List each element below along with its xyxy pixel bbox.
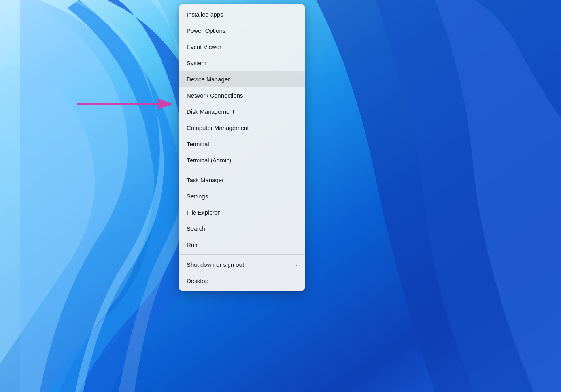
menu-item-label-run: Run [187, 241, 198, 249]
menu-item-task-manager[interactable]: Task Manager [179, 172, 305, 188]
menu-item-file-explorer[interactable]: File Explorer [179, 204, 305, 220]
menu-item-label-desktop: Desktop [187, 277, 208, 285]
menu-item-event-viewer[interactable]: Event Viewer [179, 39, 305, 55]
menu-item-label-terminal: Terminal [187, 140, 209, 148]
menu-item-label-device-manager: Device Manager [187, 75, 230, 83]
menu-item-terminal-admin[interactable]: Terminal (Admin) [179, 152, 305, 168]
menu-item-run[interactable]: Run [179, 237, 305, 253]
menu-item-label-disk-management: Disk Management [187, 107, 234, 116]
menu-item-label-search: Search [187, 224, 206, 233]
menu-item-label-task-manager: Task Manager [187, 176, 224, 184]
menu-item-system[interactable]: System [179, 55, 305, 71]
menu-item-terminal[interactable]: Terminal [179, 136, 305, 152]
menu-item-label-installed-apps: Installed apps [187, 10, 223, 19]
menu-item-shut-down-sign-out[interactable]: Shut down or sign out› [179, 256, 305, 273]
menu-item-network-connections[interactable]: Network Connections [179, 87, 305, 104]
menu-item-label-settings: Settings [187, 192, 208, 200]
menu-item-computer-management[interactable]: Computer Management [179, 120, 305, 136]
menu-item-label-terminal-admin: Terminal (Admin) [187, 156, 231, 164]
menu-item-power-options[interactable]: Power Options [179, 23, 305, 39]
menu-item-desktop[interactable]: Desktop [179, 273, 305, 289]
menu-item-label-event-viewer: Event Viewer [187, 43, 221, 51]
menu-separator-terminal-admin [179, 170, 305, 170]
menu-item-label-system: System [187, 59, 206, 67]
menu-item-label-file-explorer: File Explorer [187, 208, 220, 217]
menu-item-disk-management[interactable]: Disk Management [179, 104, 305, 120]
menu-item-label-network-connections: Network Connections [187, 91, 243, 100]
menu-separator-run [179, 254, 305, 255]
submenu-chevron-shut-down-sign-out: › [296, 261, 297, 268]
menu-item-label-computer-management: Computer Management [187, 124, 249, 132]
menu-item-settings[interactable]: Settings [179, 188, 305, 204]
menu-item-installed-apps[interactable]: Installed apps [179, 6, 305, 23]
menu-item-label-power-options: Power Options [187, 26, 225, 35]
menu-item-label-shut-down-sign-out: Shut down or sign out [187, 260, 244, 269]
menu-item-search[interactable]: Search [179, 220, 305, 237]
context-menu: Installed appsPower OptionsEvent ViewerS… [179, 4, 305, 291]
menu-item-device-manager[interactable]: Device Manager [179, 71, 305, 87]
